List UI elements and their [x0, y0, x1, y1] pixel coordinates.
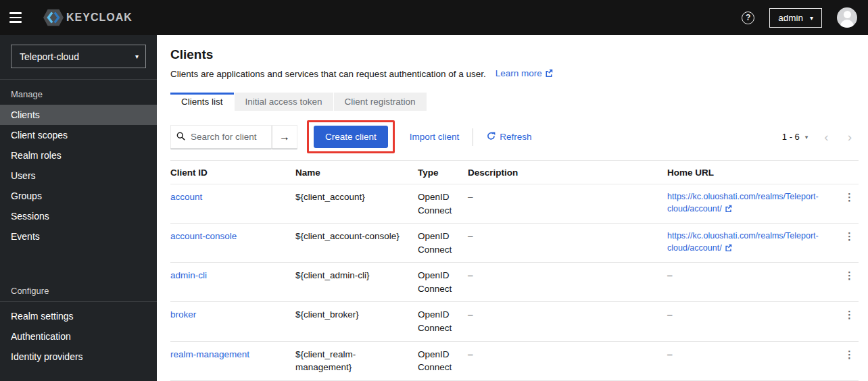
- sidebar-item-identity-providers[interactable]: Identity providers: [0, 347, 157, 367]
- page-subtitle: Clients are applications and services th…: [170, 69, 486, 79]
- client-description: –: [468, 348, 667, 361]
- chevron-down-icon: ▾: [135, 53, 139, 60]
- page-title: Clients: [170, 47, 859, 62]
- pagination-prev-icon[interactable]: ‹: [817, 130, 835, 143]
- home-url-empty: –: [667, 308, 840, 322]
- tab-initial-access-token[interactable]: Initial access token: [235, 93, 333, 111]
- realm-selector[interactable]: Teleport-cloud ▾: [11, 45, 146, 68]
- clients-table: Client ID Name Type Description Home URL…: [170, 160, 859, 381]
- home-url-text: https://kc.oluoshati.com/realms/Teleport…: [667, 231, 819, 253]
- home-url-link[interactable]: https://kc.oluoshati.com/realms/Teleport…: [667, 231, 819, 253]
- keycloak-admin-console: KEYCLOAK ? admin ▾ Teleport-cloud ▾ Mana…: [0, 0, 868, 381]
- client-name: ${client_account}: [295, 190, 418, 204]
- avatar[interactable]: [837, 7, 857, 28]
- kebab-menu-icon[interactable]: ⋮: [840, 230, 859, 243]
- kebab-menu-icon[interactable]: ⋮: [840, 190, 859, 203]
- tab-clients-list[interactable]: Clients list: [170, 93, 234, 111]
- tab-bar: Clients list Initial access token Client…: [170, 93, 859, 111]
- col-client-id: Client ID: [170, 168, 295, 178]
- help-icon[interactable]: ?: [742, 11, 754, 24]
- client-id-link[interactable]: account: [170, 192, 202, 202]
- create-client-button[interactable]: Create client: [314, 126, 388, 148]
- client-description: –: [468, 308, 667, 322]
- col-name: Name: [295, 168, 418, 178]
- refresh-label: Refresh: [500, 132, 531, 142]
- learn-more-link[interactable]: Learn more: [496, 68, 553, 79]
- table-header-row: Client ID Name Type Description Home URL: [170, 160, 859, 184]
- sidebar-item-realm-roles[interactable]: Realm roles: [0, 145, 157, 166]
- masthead: KEYCLOAK ? admin ▾: [0, 0, 868, 35]
- external-link-icon: [725, 243, 732, 255]
- annotation-highlight-box: Create client: [307, 120, 395, 153]
- client-name: ${client_account-console}: [295, 230, 418, 243]
- client-description: –: [468, 190, 667, 204]
- sidebar-item-groups[interactable]: Groups: [0, 186, 157, 206]
- home-url-link[interactable]: https://kc.oluoshati.com/realms/Teleport…: [667, 192, 819, 213]
- client-id-link[interactable]: broker: [170, 309, 196, 320]
- realm-selector-value: Teleport-cloud: [20, 51, 79, 62]
- nav-section-configure: Configure: [0, 276, 157, 301]
- home-url-empty: –: [667, 269, 840, 282]
- sidebar-item-realm-settings[interactable]: Realm settings: [0, 306, 157, 326]
- sidebar-item-events[interactable]: Events: [0, 226, 157, 247]
- client-description: –: [468, 230, 667, 243]
- col-type: Type: [418, 168, 468, 178]
- chevron-down-icon: ▾: [810, 14, 813, 22]
- keycloak-logo: KEYCLOAK: [43, 7, 132, 28]
- table-row: account ${client_account} OpenID Connect…: [170, 184, 859, 224]
- table-toolbar: → Create client Import client Refresh 1 …: [170, 119, 859, 160]
- import-client-link[interactable]: Import client: [410, 132, 460, 142]
- brand-text: KEYCLOAK: [66, 11, 132, 24]
- client-id-link[interactable]: account-console: [170, 231, 237, 241]
- client-type: OpenID Connect: [418, 269, 468, 295]
- learn-more-label: Learn more: [496, 68, 542, 78]
- client-type: OpenID Connect: [418, 348, 468, 374]
- search-submit-arrow-icon[interactable]: →: [272, 125, 297, 149]
- client-name: ${client_admin-cli}: [295, 269, 418, 282]
- col-description: Description: [468, 168, 667, 178]
- user-dropdown[interactable]: admin ▾: [769, 8, 822, 28]
- sidebar: Teleport-cloud ▾ Manage Clients Client s…: [0, 35, 157, 381]
- client-name: ${client_broker}: [295, 308, 418, 322]
- client-id-link[interactable]: realm-management: [170, 349, 249, 359]
- toolbar-divider: [473, 128, 473, 146]
- nav-toggle-hamburger-icon[interactable]: [9, 6, 32, 29]
- search-box: [170, 125, 272, 149]
- kebab-menu-icon[interactable]: ⋮: [840, 308, 859, 321]
- chevron-down-icon: ▾: [805, 134, 809, 141]
- tab-client-registration[interactable]: Client registration: [334, 93, 427, 111]
- external-link-icon: [545, 69, 553, 79]
- client-description: –: [468, 269, 667, 282]
- external-link-icon: [725, 203, 732, 215]
- kebab-menu-icon[interactable]: ⋮: [840, 348, 859, 361]
- client-type: OpenID Connect: [418, 190, 468, 217]
- sidebar-item-sessions[interactable]: Sessions: [0, 206, 157, 226]
- search-icon: [176, 131, 185, 143]
- sidebar-item-users[interactable]: Users: [0, 166, 157, 186]
- masthead-actions: ? admin ▾: [742, 7, 857, 28]
- nav-section-manage: Manage: [0, 80, 157, 105]
- client-name: ${client_realm-management}: [295, 348, 418, 374]
- main-content: Clients Clients are applications and ser…: [157, 35, 868, 381]
- refresh-icon: [487, 132, 496, 143]
- table-row: account-console ${client_account-console…: [170, 224, 859, 263]
- pagination-next-icon[interactable]: ›: [841, 130, 859, 143]
- client-id-link[interactable]: admin-cli: [170, 270, 207, 280]
- col-home-url: Home URL: [667, 168, 840, 178]
- pagination-top: 1 - 6 ▾ ‹ ›: [778, 129, 859, 145]
- pagination-range-dropdown[interactable]: 1 - 6 ▾: [778, 129, 813, 145]
- home-url-text: https://kc.oluoshati.com/realms/Teleport…: [667, 192, 819, 213]
- keycloak-logo-icon: [43, 7, 64, 28]
- table-row: broker ${client_broker} OpenID Connect –…: [170, 302, 859, 341]
- search-input[interactable]: [191, 132, 265, 142]
- sidebar-item-clients[interactable]: Clients: [0, 105, 157, 125]
- table-row: admin-cli ${client_admin-cli} OpenID Con…: [170, 263, 859, 302]
- sidebar-divider: [0, 301, 157, 302]
- kebab-menu-icon[interactable]: ⋮: [840, 269, 859, 282]
- client-type: OpenID Connect: [418, 230, 468, 256]
- table-row: realm-management ${client_realm-manageme…: [170, 342, 859, 381]
- sidebar-item-authentication[interactable]: Authentication: [0, 326, 157, 347]
- sidebar-item-client-scopes[interactable]: Client scopes: [0, 125, 157, 145]
- user-name: admin: [778, 13, 803, 23]
- refresh-link[interactable]: Refresh: [487, 132, 531, 143]
